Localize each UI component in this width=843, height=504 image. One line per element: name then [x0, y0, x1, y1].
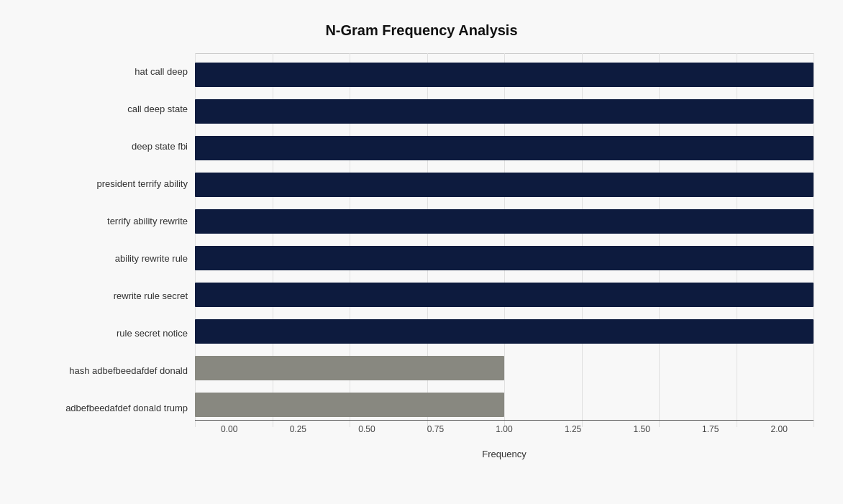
y-label: call deep state — [29, 104, 188, 115]
x-axis-ticks: 0.000.250.500.751.001.251.501.752.00 — [195, 424, 814, 434]
bar — [195, 99, 814, 124]
bar — [195, 356, 504, 380]
bar — [195, 283, 814, 307]
x-axis-label: Frequency — [195, 449, 814, 459]
y-label: rewrite rule secret — [29, 290, 188, 302]
x-tick: 1.75 — [676, 424, 745, 434]
bar-row — [195, 170, 814, 200]
bar-row — [195, 96, 814, 127]
chart-area: hat call deepcall deep statedeep state f… — [29, 53, 814, 427]
x-tick: 2.00 — [745, 424, 814, 434]
x-axis: 0.000.250.500.751.001.251.501.752.00 Fre… — [195, 420, 814, 459]
y-axis-labels: hat call deepcall deep statedeep state f… — [29, 53, 195, 427]
y-label: deep state fbi — [29, 141, 188, 152]
y-label: rule secret notice — [29, 328, 188, 339]
x-tick: 1.25 — [539, 424, 608, 434]
y-label: ability rewrite rule — [29, 253, 188, 265]
y-label: adbefbeedafdef donald trump — [29, 403, 188, 414]
bars-wrapper — [195, 53, 814, 427]
chart-title: N-Gram Frequency Analysis — [29, 22, 814, 39]
x-axis-line — [195, 420, 814, 421]
x-tick: 0.00 — [195, 424, 264, 434]
x-tick: 1.50 — [607, 424, 676, 434]
bar-row — [195, 206, 814, 237]
bar — [195, 63, 814, 87]
y-label: hash adbefbeedafdef donald — [29, 365, 188, 377]
x-tick: 0.25 — [264, 424, 333, 434]
bar — [195, 173, 814, 197]
bar-row — [195, 280, 814, 310]
bar-row — [195, 390, 814, 420]
bar-row — [195, 243, 814, 273]
bar — [195, 319, 814, 344]
bar-row — [195, 316, 814, 347]
bar — [195, 136, 814, 160]
x-tick: 1.00 — [470, 424, 539, 434]
x-tick: 0.75 — [401, 424, 470, 434]
chart-container: N-Gram Frequency Analysis hat call deepc… — [8, 8, 835, 497]
y-label: hat call deep — [29, 66, 188, 78]
grid-line — [814, 53, 814, 427]
bar — [195, 209, 814, 234]
bar-row — [195, 133, 814, 163]
bar — [195, 393, 504, 417]
bar — [195, 246, 814, 270]
bar-row — [195, 60, 814, 90]
bars-and-grid: 0.000.250.500.751.001.251.501.752.00 Fre… — [195, 53, 814, 427]
y-label: terrify ability rewrite — [29, 216, 188, 227]
bar-row — [195, 353, 814, 383]
y-label: president terrify ability — [29, 178, 188, 190]
x-tick: 0.50 — [332, 424, 401, 434]
